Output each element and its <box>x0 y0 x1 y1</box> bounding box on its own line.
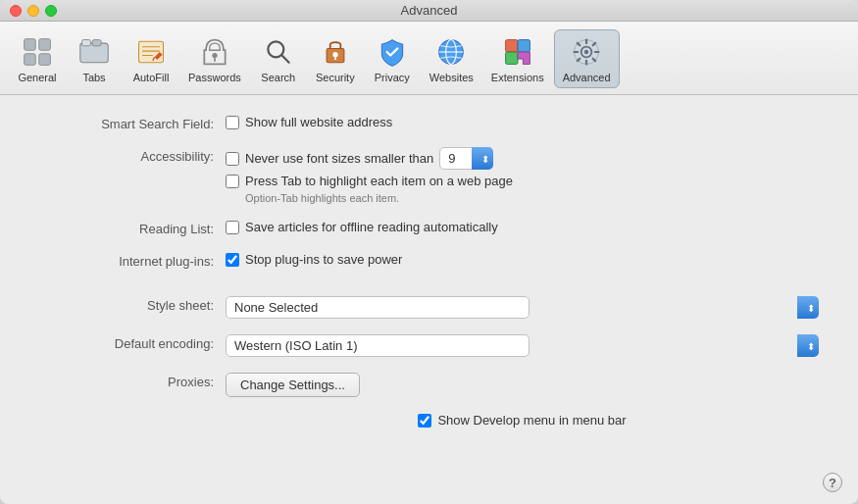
advanced-icon <box>569 34 604 70</box>
smart-search-controls: Show full website address <box>226 115 819 129</box>
extensions-icon <box>500 34 535 70</box>
font-size-wrapper: 9 10 12 14 <box>439 147 493 170</box>
security-label: Security <box>316 72 355 83</box>
svg-point-27 <box>584 50 588 54</box>
show-develop-row: Show Develop menu in menu bar <box>226 413 819 428</box>
svg-rect-5 <box>82 40 91 46</box>
svg-rect-1 <box>25 54 36 66</box>
privacy-icon <box>375 34 410 70</box>
proxies-row: Proxies: Change Settings... <box>39 373 819 397</box>
tab-advanced[interactable]: Advanced <box>554 29 620 88</box>
smart-search-label: Smart Search Field: <box>39 115 226 131</box>
svg-point-17 <box>332 52 337 57</box>
accessibility-tab-label: Press Tab to highlight each item on a we… <box>245 174 513 188</box>
proxies-control-row: Change Settings... <box>226 373 819 397</box>
proxies-label: Proxies: <box>39 373 226 389</box>
toolbar: General Tabs <box>0 22 858 95</box>
style-sheet-label: Style sheet: <box>39 296 226 313</box>
internet-plugins-label: Internet plug-ins: <box>39 252 226 269</box>
style-sheet-row: Style sheet: None Selected <box>39 296 819 319</box>
search-label: Search <box>261 72 295 83</box>
general-icon <box>20 34 55 70</box>
show-develop-checkbox[interactable] <box>418 414 431 428</box>
accessibility-font-label: Never use font sizes smaller than <box>245 151 433 166</box>
smart-search-checkbox[interactable] <box>226 116 239 129</box>
help-button[interactable]: ? <box>823 473 842 492</box>
svg-rect-22 <box>505 40 517 52</box>
tab-general[interactable]: General <box>10 30 65 87</box>
extensions-label: Extensions <box>491 72 544 83</box>
reading-list-control-row: Save articles for offline reading automa… <box>226 220 819 234</box>
font-size-select[interactable]: 9 10 12 14 <box>439 147 493 170</box>
default-encoding-wrapper: Western (ISO Latin 1) UTF-8 <box>226 334 819 357</box>
reading-list-label: Reading List: <box>39 220 226 236</box>
svg-rect-7 <box>139 41 164 62</box>
content-area: Smart Search Field: Show full website ad… <box>0 95 858 504</box>
accessibility-controls: Never use font sizes smaller than 9 10 1… <box>226 147 819 204</box>
tab-extensions[interactable]: Extensions <box>483 30 552 87</box>
default-encoding-row: Default encoding: Western (ISO Latin 1) … <box>39 334 819 357</box>
svg-point-12 <box>212 53 217 58</box>
smart-search-checkbox-label: Show full website address <box>245 115 392 129</box>
window-title: Advanced <box>401 3 458 18</box>
svg-rect-0 <box>25 39 36 51</box>
reading-list-checkbox[interactable] <box>226 221 239 234</box>
autofill-label: AutoFill <box>133 72 170 83</box>
traffic-lights <box>10 5 57 17</box>
tab-search[interactable]: Search <box>251 30 306 87</box>
close-button[interactable] <box>10 5 22 17</box>
internet-plugins-checkbox[interactable] <box>226 253 239 267</box>
default-encoding-controls: Western (ISO Latin 1) UTF-8 <box>226 334 819 357</box>
minimize-button[interactable] <box>27 5 39 17</box>
default-encoding-select[interactable]: Western (ISO Latin 1) UTF-8 <box>226 334 530 357</box>
default-encoding-label: Default encoding: <box>39 334 226 351</box>
search-icon <box>261 34 296 70</box>
svg-rect-23 <box>518 40 530 52</box>
advanced-label: Advanced <box>563 72 611 83</box>
svg-rect-6 <box>92 40 101 46</box>
accessibility-hint: Option-Tab highlights each item. <box>245 192 819 204</box>
show-develop-label: Show Develop menu in menu bar <box>437 413 626 428</box>
accessibility-label: Accessibility: <box>39 147 226 164</box>
tab-passwords[interactable]: Passwords <box>180 30 249 87</box>
window-body: Smart Search Field: Show full website ad… <box>0 95 858 504</box>
privacy-label: Privacy <box>375 72 410 83</box>
tab-autofill[interactable]: AutoFill <box>124 30 178 87</box>
accessibility-tab-checkbox[interactable] <box>226 175 239 188</box>
smart-search-control-row: Show full website address <box>226 115 819 129</box>
tab-tabs[interactable]: Tabs <box>67 30 122 87</box>
websites-icon <box>433 34 469 70</box>
internet-plugins-control-row: Stop plug-ins to save power <box>226 252 819 267</box>
internet-plugins-checkbox-label: Stop plug-ins to save power <box>245 252 402 267</box>
tab-websites[interactable]: Websites <box>422 30 481 87</box>
reading-list-controls: Save articles for offline reading automa… <box>226 220 819 234</box>
svg-line-15 <box>281 56 288 63</box>
style-sheet-select[interactable]: None Selected <box>226 296 530 319</box>
svg-rect-2 <box>39 39 51 51</box>
tabs-icon <box>76 34 112 70</box>
accessibility-font-row: Never use font sizes smaller than 9 10 1… <box>226 147 819 170</box>
tab-privacy[interactable]: Privacy <box>365 30 420 87</box>
tab-security[interactable]: Security <box>308 30 363 87</box>
passwords-label: Passwords <box>188 72 241 83</box>
reading-list-row: Reading List: Save articles for offline … <box>39 220 819 236</box>
svg-rect-24 <box>505 52 517 64</box>
title-bar: Advanced <box>0 0 858 22</box>
change-settings-button[interactable]: Change Settings... <box>226 373 360 397</box>
security-icon <box>318 34 353 70</box>
tabs-label: Tabs <box>82 72 105 83</box>
accessibility-row: Accessibility: Never use font sizes smal… <box>39 147 819 204</box>
general-label: General <box>18 72 56 83</box>
proxies-controls: Change Settings... <box>226 373 819 397</box>
main-window: Advanced General Tab <box>0 0 858 504</box>
show-develop-control-row: Show Develop menu in menu bar <box>418 413 626 428</box>
smart-search-row: Smart Search Field: Show full website ad… <box>39 115 819 131</box>
websites-label: Websites <box>429 72 474 83</box>
internet-plugins-row: Internet plug-ins: Stop plug-ins to save… <box>39 252 819 269</box>
accessibility-font-checkbox[interactable] <box>226 152 239 166</box>
passwords-icon <box>197 34 232 70</box>
svg-rect-3 <box>39 54 51 66</box>
accessibility-tab-row: Press Tab to highlight each item on a we… <box>226 174 819 188</box>
autofill-icon <box>133 34 169 70</box>
maximize-button[interactable] <box>45 5 57 17</box>
